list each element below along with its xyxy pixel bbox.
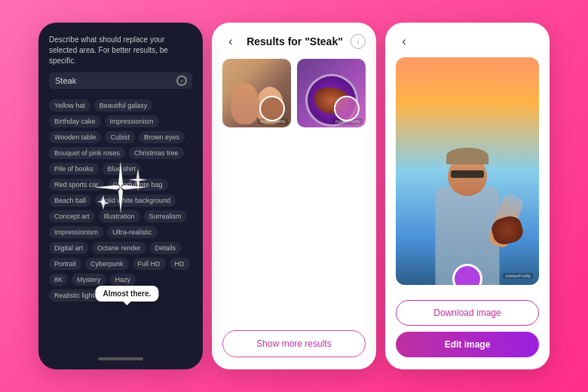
tag-item[interactable]: Full HD	[133, 258, 166, 270]
tag-item[interactable]: Beach ball	[49, 194, 91, 207]
tag-item[interactable]: Concept art	[49, 210, 95, 222]
result-image-2[interactable]: AdobeFirefly	[297, 59, 366, 127]
tag-item[interactable]: Christmas tree	[129, 147, 184, 159]
edit-button[interactable]: Edit image	[396, 332, 539, 357]
prompt-panel: Describe what should replace your select…	[38, 23, 203, 369]
prompt-input-row: Steak ×	[49, 72, 192, 89]
image-header: ‹	[396, 33, 539, 50]
results-grid: AdobeFirefly AdobeFirefly	[222, 59, 366, 320]
info-button[interactable]: i	[351, 34, 366, 49]
back-button[interactable]: ‹	[222, 33, 239, 50]
face-left	[231, 83, 259, 124]
tag-item[interactable]: Cubist	[105, 131, 135, 143]
clear-icon[interactable]: ×	[176, 75, 187, 86]
tag-item[interactable]: Mystery	[72, 274, 106, 286]
image-panel: ‹ AdobeFirefly Download image	[385, 23, 550, 369]
results-title: Results for "Steak"	[239, 35, 351, 47]
tag-item[interactable]: Solid white background	[95, 194, 176, 207]
watermark-1: AdobeFirefly	[258, 118, 288, 124]
tag-item[interactable]: Beautiful galaxy	[94, 100, 153, 112]
tag-item[interactable]: Yellow hat	[49, 100, 90, 112]
tag-item[interactable]: Ultra-realistic	[107, 226, 158, 238]
sunglasses	[451, 170, 484, 178]
show-more-button[interactable]: Show more results	[222, 330, 366, 357]
almost-there-tooltip: Almost there.	[95, 286, 158, 302]
tag-item[interactable]: Illustration	[99, 210, 140, 222]
tag-item[interactable]: Digital art	[49, 242, 88, 254]
watermark-main: AdobeFirefly	[503, 273, 533, 279]
steak-inner	[314, 87, 348, 114]
result-image-1[interactable]: AdobeFirefly	[222, 59, 291, 127]
results-header: ‹ Results for "Steak" i	[222, 33, 366, 50]
tag-item[interactable]: Details	[150, 242, 182, 254]
tag-item[interactable]: 8K	[49, 274, 68, 286]
tag-item[interactable]: Hazy	[110, 274, 136, 286]
prompt-input-display[interactable]: Steak	[49, 72, 192, 89]
home-indicator	[98, 357, 143, 360]
tag-item[interactable]: Octane render	[92, 242, 146, 254]
tag-item[interactable]: Bouquet of pink roses	[49, 147, 125, 159]
tag-item[interactable]: Portrait	[49, 258, 81, 270]
tag-item[interactable]: Wooden table	[49, 131, 101, 143]
tag-item[interactable]: HD	[170, 258, 190, 270]
back-button-image[interactable]: ‹	[396, 33, 412, 50]
tag-item[interactable]: Impressionism	[105, 115, 159, 127]
tag-item[interactable]: Impressionism	[49, 226, 103, 238]
main-image: AdobeFirefly	[396, 57, 539, 285]
tag-item[interactable]: Blue shirt	[103, 163, 142, 175]
tag-item[interactable]: Surrealism	[144, 210, 187, 222]
steak-circle	[305, 74, 358, 127]
prompt-title: Describe what should replace your select…	[49, 35, 192, 66]
tag-item[interactable]: Birthday cake	[49, 115, 101, 127]
watermark-2: AdobeFirefly	[332, 118, 363, 124]
couple-illustration	[222, 59, 291, 127]
tags-container: Yellow hatBeautiful galaxyBirthday cakeI…	[49, 100, 192, 350]
tag-item[interactable]: Red sports car	[49, 179, 104, 191]
tag-item[interactable]: Cyberpunk	[85, 258, 129, 270]
download-button[interactable]: Download image	[396, 300, 539, 326]
tag-item[interactable]: Pile of books	[49, 163, 99, 175]
action-buttons: Download image Edit image	[396, 300, 539, 357]
tag-item[interactable]: Brown eyes	[139, 131, 185, 143]
tag-item[interactable]: Colorful tote bag	[108, 179, 168, 191]
results-panel: ‹ Results for "Steak" i AdobeFirefly Ado…	[212, 23, 376, 369]
cap	[446, 148, 488, 164]
